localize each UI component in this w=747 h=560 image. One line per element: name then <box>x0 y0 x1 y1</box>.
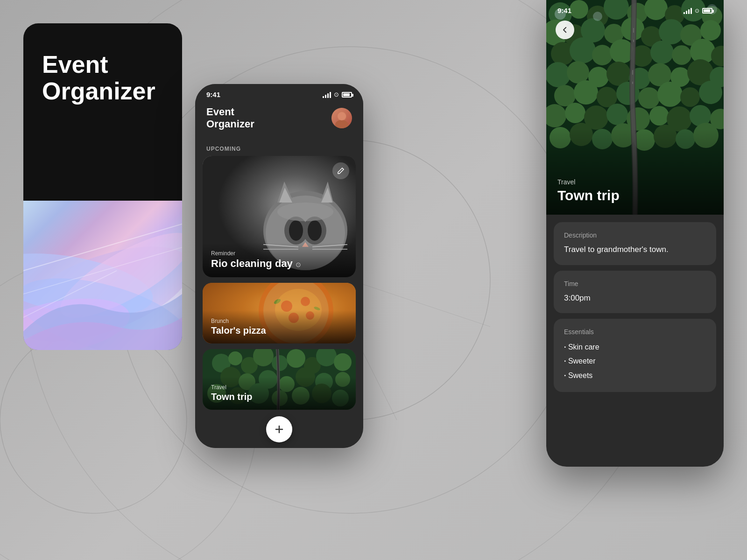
avatar-image <box>331 108 352 128</box>
hero-image: 9:41 ⊙ Travel Town trip <box>546 0 724 215</box>
essentials-list: Skin care Sweeter Sweets <box>564 340 706 383</box>
travel-card-title: Town trip <box>211 392 347 402</box>
detail-content: Description Travel to grandmother's town… <box>546 215 724 399</box>
right-status-time: 9:41 <box>557 7 571 14</box>
avatar[interactable] <box>331 108 352 128</box>
add-event-button[interactable] <box>266 416 292 442</box>
list-item: Skin care <box>564 340 706 354</box>
description-value: Travel to grandmother's town. <box>564 244 706 256</box>
status-icons: ⊙ <box>323 91 352 98</box>
right-status-icons: ⊙ <box>684 7 712 14</box>
app-title-section: Event Organizer <box>23 23 182 119</box>
artwork-gradient <box>23 201 182 350</box>
travel-card-category: Travel <box>211 384 347 391</box>
description-card: Description Travel to grandmother's town… <box>554 222 716 265</box>
battery-icon <box>342 92 352 98</box>
essentials-card: Essentials Skin care Sweeter Sweets <box>554 319 716 392</box>
hero-category: Travel <box>557 178 620 186</box>
left-panel: Event Organizer <box>23 23 182 350</box>
time-card: Time 3:00pm <box>554 271 716 314</box>
svg-point-17 <box>338 112 346 120</box>
cat-card-category: Reminder <box>211 250 347 257</box>
svg-point-50 <box>287 349 305 368</box>
signal-icon <box>323 91 331 98</box>
right-phone-detail: 9:41 ⊙ Travel Town trip <box>546 0 724 467</box>
wifi-icon: ⊙ <box>334 91 339 98</box>
time-value: 3:00pm <box>564 292 706 304</box>
cat-event-card[interactable]: Reminder Rio cleaning day ⊙ <box>203 156 356 277</box>
app-artwork <box>23 201 182 350</box>
fab-bar <box>195 411 363 448</box>
app-title: Event Organizer <box>42 51 163 105</box>
right-status-bar: 9:41 ⊙ <box>546 0 724 17</box>
travel-card-overlay: Travel Town trip <box>203 377 356 410</box>
svg-point-34 <box>277 203 333 221</box>
pizza-card-category: Brunch <box>211 318 347 324</box>
phone-header: Event Organizer <box>195 101 363 138</box>
pizza-card-overlay: Brunch Talor's pizza <box>203 310 356 343</box>
edit-button[interactable] <box>332 162 349 179</box>
section-label: UPCOMING <box>195 138 363 156</box>
svg-point-16 <box>335 120 348 128</box>
phone-content: UPCOMING <box>195 138 363 446</box>
pizza-card-title: Talor's pizza <box>211 325 347 336</box>
list-item: Sweeter <box>564 354 706 368</box>
list-item: Sweets <box>564 369 706 383</box>
phone-app-title: Event Organizer <box>206 106 254 131</box>
middle-phone: 9:41 ⊙ Event Organizer <box>195 84 363 448</box>
travel-event-card[interactable]: Travel Town trip <box>203 349 356 410</box>
svg-point-53 <box>334 353 352 371</box>
right-wifi-icon: ⊙ <box>695 7 699 14</box>
right-signal-icon <box>684 7 692 14</box>
status-bar: 9:41 ⊙ <box>195 84 363 101</box>
cat-card-overlay: Reminder Rio cleaning day ⊙ <box>203 243 356 277</box>
status-time: 9:41 <box>206 91 220 98</box>
back-button[interactable] <box>556 21 574 39</box>
description-label: Description <box>564 231 706 239</box>
right-battery-icon <box>702 8 712 14</box>
svg-point-28 <box>308 220 322 241</box>
time-label: Time <box>564 280 706 287</box>
svg-point-46 <box>228 351 242 365</box>
artwork-shapes <box>23 201 182 350</box>
hero-text: Travel Town trip <box>557 178 620 203</box>
svg-point-49 <box>272 355 288 371</box>
pizza-event-card[interactable]: Brunch Talor's pizza <box>203 283 356 343</box>
essentials-label: Essentials <box>564 328 706 336</box>
cat-card-title: Rio cleaning day ⊙ <box>211 258 347 270</box>
svg-point-27 <box>289 220 303 241</box>
hero-title: Town trip <box>557 188 620 203</box>
